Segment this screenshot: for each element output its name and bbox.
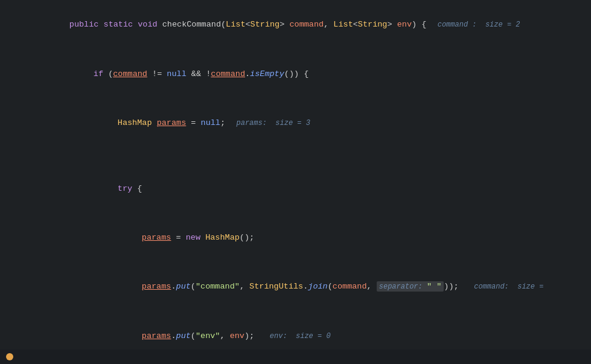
var-params3: params: [142, 282, 171, 291]
var-env: env: [230, 331, 244, 340]
keyword-static: static: [104, 20, 138, 29]
dot1: .: [171, 282, 176, 291]
string-space: " ": [427, 282, 441, 291]
param-command: command: [284, 20, 324, 29]
code-line-7: params.put("command", StringUtils.join(c…: [0, 262, 591, 311]
keyword-public: public: [69, 20, 104, 29]
code-line-5: try {: [0, 164, 591, 213]
var-params4: params: [142, 331, 171, 340]
angle-bracket: <: [246, 20, 251, 29]
var-params1: params: [157, 118, 187, 127]
isempty-call: .: [245, 69, 250, 78]
comma3: ,: [367, 282, 377, 291]
type-string: String: [251, 20, 280, 29]
var-params2: params: [142, 233, 171, 242]
code-line-4: [0, 148, 591, 164]
string-env: "env": [196, 331, 220, 340]
comma1: ,: [324, 20, 333, 29]
type-string2: String: [358, 20, 388, 29]
code-line-1: public static void checkCommand(List<Str…: [0, 0, 591, 49]
angle-bracket3: <: [353, 20, 358, 29]
method-name: checkCommand(: [162, 20, 226, 29]
join-close: ));: [444, 282, 458, 291]
hint-command-size: command : size = 2: [429, 21, 520, 29]
comma2: ,: [240, 282, 249, 291]
hint-env-size: env: size = 0: [257, 332, 330, 340]
line-content-2: if (command != null && !command.isEmpty(…: [18, 49, 591, 98]
line-content-6: params = new HashMap();: [18, 213, 591, 262]
param-env: env: [392, 20, 412, 29]
line-content-3: HashMap params = null; params: size = 3: [18, 98, 591, 148]
type-hashmap2: HashMap: [205, 233, 240, 242]
assign-new: =: [171, 233, 185, 242]
paren-brace: ) {: [412, 20, 426, 29]
line-content-1: public static void checkCommand(List<Str…: [18, 0, 591, 49]
kw-try: try: [118, 184, 137, 193]
hint-command-size2: command: size =: [461, 283, 544, 291]
type-hashmap: HashMap: [118, 118, 152, 127]
hint-separator: separator:: [379, 283, 427, 291]
code-container: public static void checkCommand(List<Str…: [0, 0, 591, 364]
line-content-7: params.put("command", StringUtils.join(c…: [18, 262, 591, 311]
try-brace: {: [137, 184, 142, 193]
comma4: ,: [220, 331, 229, 340]
put2-paren: (: [191, 331, 196, 340]
kw-new: new: [186, 233, 205, 242]
put2-close: );: [244, 331, 254, 340]
line-content-5: try {: [18, 164, 591, 213]
type-list: List: [226, 20, 245, 29]
var-command2: command: [211, 69, 245, 78]
keyword-void: void: [138, 20, 162, 29]
join-paren: (: [328, 282, 333, 291]
and-op: && !: [187, 69, 211, 78]
semicolon1: ;: [220, 118, 225, 127]
status-indicator: [6, 353, 13, 360]
code-editor: public static void checkCommand(List<Str…: [0, 0, 591, 364]
string-command: "command": [196, 282, 240, 291]
ne-op: !=: [147, 69, 167, 78]
dot3: .: [171, 331, 176, 340]
kw-if: if: [94, 69, 108, 78]
kw-null2: null: [201, 118, 220, 127]
line-content-4: [18, 148, 591, 164]
method-join: join: [308, 282, 327, 291]
var-command3: command: [333, 282, 367, 291]
method-isempty: isEmpty: [250, 69, 284, 78]
put-paren: (: [191, 282, 196, 291]
var-command1: command: [113, 69, 147, 78]
code-line-6: params = new HashMap();: [0, 213, 591, 262]
code-line-2: if (command != null && !command.isEmpty(…: [0, 49, 591, 98]
hashmap-parens: ();: [240, 233, 254, 242]
code-line-3: HashMap params = null; params: size = 3: [0, 98, 591, 148]
hint-params-size: params: size = 3: [228, 119, 310, 127]
isempty-parens: ()) {: [284, 69, 309, 78]
method-put2: put: [176, 331, 191, 340]
class-stringutils: StringUtils: [249, 282, 303, 291]
space1: [152, 118, 157, 127]
method-put1: put: [176, 282, 191, 291]
kw-null: null: [167, 69, 186, 78]
type-list2: List: [333, 20, 353, 29]
bottom-bar: [0, 350, 591, 364]
angle-bracket4: >: [387, 20, 392, 29]
assign-null: =: [186, 118, 200, 127]
